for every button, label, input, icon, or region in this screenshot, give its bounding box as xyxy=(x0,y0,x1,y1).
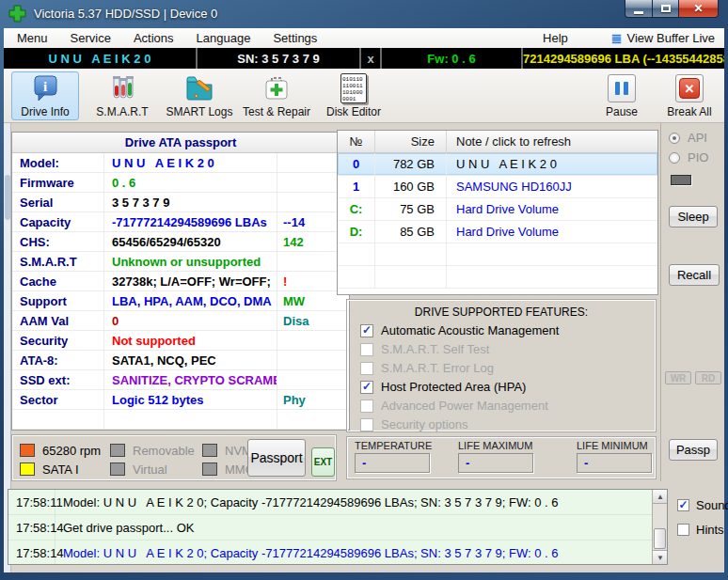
scroll-down-icon[interactable]: ▼ xyxy=(653,550,668,564)
menu-item[interactable]: Settings xyxy=(261,29,328,47)
pio-radio-label: PIO xyxy=(688,150,708,165)
pause-button[interactable]: Pause xyxy=(594,71,649,120)
sleep-button[interactable]: Sleep xyxy=(669,206,718,227)
svg-text:i: i xyxy=(43,79,47,94)
maximize-button[interactable] xyxy=(653,0,679,18)
passport-header: Drive ATA passport xyxy=(12,133,349,153)
feature-list: ✓ Automatic Acoustic Management ✓ S.M.A.… xyxy=(347,323,656,431)
banner-lba: 7214294589696 LBA (--1435544285891 xyxy=(523,48,724,69)
window-controls: ✕ xyxy=(625,0,719,18)
ext-button[interactable]: EXT xyxy=(311,447,335,477)
pio-radio: PIO xyxy=(669,150,708,165)
drive-info-button[interactable]: i Drive Info xyxy=(11,71,79,120)
toolbar: i Drive Info S.M.A.R.T xyxy=(4,69,724,123)
buffer-list-icon: ≣ xyxy=(611,32,623,45)
log-row: 17:58:14 Model: U N U A E I K 2 0; Capac… xyxy=(8,541,667,565)
menu-bar: MenuServiceActionsLanguageSettings Help … xyxy=(4,28,724,48)
recall-button[interactable]: Recall xyxy=(669,264,720,286)
passport-row: Firmware 0 . 6 xyxy=(12,173,349,193)
passport-row xyxy=(12,410,349,430)
smart-label: S.M.A.R.T xyxy=(96,105,148,118)
color-swatch xyxy=(20,444,35,457)
legend-item: 65280 rpm xyxy=(20,443,101,458)
column-note[interactable]: Note / click to refresh xyxy=(447,131,657,152)
binary-rows: 0101101100111010000001 xyxy=(340,73,367,103)
drive-rows: 0 782 GB U N U A E I K 2 0 1 160 GB SAMS… xyxy=(338,153,657,289)
feature-checkbox[interactable]: ✓ Host Protected Area (HPA) xyxy=(360,380,656,394)
hints-checkbox[interactable]: ✓ Hints xyxy=(677,523,724,537)
menu-item[interactable]: Service xyxy=(59,29,122,47)
log-scrollbar[interactable]: ▲ ▼ xyxy=(652,490,667,564)
color-swatch xyxy=(202,444,217,457)
log-rows: 17:58:11 Model: U N U A E I K 2 0; Capac… xyxy=(8,490,667,565)
menu-item[interactable]: Actions xyxy=(122,29,185,47)
view-buffer-live[interactable]: ≣ View Buffer Live xyxy=(611,31,724,45)
api-radio-label: API xyxy=(688,131,707,145)
drive-list-header[interactable]: № Size Note / click to refresh xyxy=(338,131,657,153)
sound-checkbox[interactable]: ✓ Sound xyxy=(677,498,728,512)
color-swatch xyxy=(110,462,125,476)
disk-editor-button[interactable]: 0101101100111010000001 Disk Editor xyxy=(320,71,388,120)
passport-rows: Model: U N U A E I K 2 0 Firmware 0 . 6 … xyxy=(12,153,349,430)
drive-row[interactable]: 0 782 GB U N U A E I K 2 0 xyxy=(338,153,657,176)
break-all-label: Break All xyxy=(667,105,711,118)
menu-item[interactable]: Menu xyxy=(4,29,59,47)
binary-page-icon: 0101101100111010000001 xyxy=(338,72,370,104)
passport-row: Cache 32738k; L/A=OFF; Wr=OFF; ! xyxy=(12,272,349,291)
sound-checkbox-icon: ✓ xyxy=(677,499,689,511)
sound-label: Sound xyxy=(696,498,728,512)
checkbox-icon: ✓ xyxy=(360,400,373,413)
rd-button: RD xyxy=(695,371,721,384)
break-all-button[interactable]: ✕ Break All xyxy=(662,71,717,120)
window-title: Victoria 5.37 HDD/SSD | Device 0 xyxy=(34,7,217,21)
feature-checkbox: ✓ S.M.A.R.T. Error Log xyxy=(360,361,656,375)
passport-row: Model: U N U A E I K 2 0 xyxy=(12,153,349,173)
smart-button[interactable]: S.M.A.R.T xyxy=(88,71,156,120)
life-minimum-label: LIFE MINIMUM xyxy=(577,440,652,451)
minimize-button[interactable] xyxy=(625,0,653,18)
passport-button[interactable]: Passport xyxy=(247,439,306,477)
left-scrollbar-thumb[interactable] xyxy=(5,175,10,220)
pause-icon xyxy=(608,74,636,102)
column-size[interactable]: Size xyxy=(375,131,447,152)
legend-item: MMC xyxy=(202,462,254,477)
column-number[interactable]: № xyxy=(338,131,375,152)
legend-item: Virtual xyxy=(110,462,167,477)
passp-button[interactable]: Passp xyxy=(669,439,718,461)
scroll-up-icon[interactable]: ▲ xyxy=(653,490,668,504)
passport-panel: Drive ATA passport Model: U N U A E I K … xyxy=(11,132,350,431)
checkbox-icon: ✓ xyxy=(360,381,373,394)
log-row: 17:58:14 Get drive passport... OK xyxy=(8,515,667,541)
options-panel: ✓ Sound ✓ Hints xyxy=(672,489,724,565)
checkbox-icon: ✓ xyxy=(360,418,373,431)
feature-checkbox[interactable]: ✓ Automatic Acoustic Management xyxy=(360,323,656,337)
menu-item-help[interactable]: Help xyxy=(531,29,579,47)
smart-logs-label: SMART Logs xyxy=(166,105,233,118)
feature-checkbox: ✓ Advanced Power Management xyxy=(360,399,656,413)
banner-firmware: Fw: 0 . 6 xyxy=(382,48,521,69)
feature-checkbox: ✓ S.M.A.R.T. Self Test xyxy=(360,342,656,356)
temperature-value: - xyxy=(355,453,430,473)
gauges-panel: TEMPERATURE - LIFE MAXIMUM - LIFE MINIMU… xyxy=(346,436,657,479)
passport-row: ATA-8: SATA1, NCQ, PEC xyxy=(12,351,349,370)
log-scrollbar-thumb[interactable] xyxy=(654,528,666,549)
test-tubes-icon xyxy=(106,72,138,104)
drive-row[interactable]: C: 75 GB Hard Drive Volume xyxy=(338,198,657,221)
drive-row[interactable]: D: 85 GB Hard Drive Volume xyxy=(338,221,657,243)
right-sidebar: API PIO Sleep Recall WR RD Passp xyxy=(660,123,724,481)
drive-row[interactable]: 1 160 GB SAMSUNG HD160JJ xyxy=(338,176,657,198)
main-area: Drive ATA passport Model: U N U A E I K … xyxy=(4,123,724,572)
drive-row[interactable] xyxy=(338,266,657,289)
close-button[interactable]: ✕ xyxy=(679,0,719,18)
menu-item[interactable]: Language xyxy=(185,29,262,47)
banner-serial: SN: 3 5 7 3 7 9 xyxy=(198,48,359,69)
view-buffer-label: View Buffer Live xyxy=(627,31,715,45)
test-repair-button[interactable]: Test & Repair xyxy=(243,71,310,120)
legend-item: Removable xyxy=(110,443,195,458)
passport-row: AAM Val 0 Disa xyxy=(12,311,349,331)
banner-x-cell: x xyxy=(361,48,380,69)
smart-logs-button[interactable]: SMART Logs xyxy=(166,71,233,120)
passport-row: Capacity -71777214294589696 LBAs --14 xyxy=(12,212,349,232)
drive-row[interactable] xyxy=(338,243,657,266)
toolbar-right-group: Pause ✕ Break All xyxy=(594,71,717,120)
